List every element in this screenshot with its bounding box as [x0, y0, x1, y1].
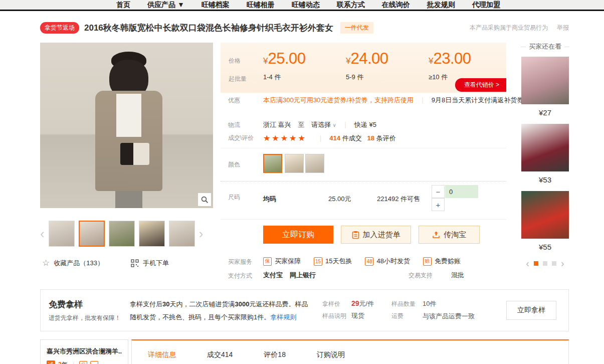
nav-home[interactable]: 首页 [116, 1, 130, 10]
thumbs-next-icon[interactable]: › [199, 227, 204, 240]
tab-deals[interactable]: 成交414 [207, 350, 233, 359]
express-fee: 快递 ¥5 [354, 121, 376, 128]
pager-dot-3[interactable] [552, 261, 556, 266]
page-title: 2016秋冬韩版宽松中长款双口袋混色长袖修身针织毛衣开衫外套女 [84, 22, 333, 34]
desc-num: 3000 [235, 300, 249, 308]
dotted-divider [221, 181, 506, 181]
color-swatch-3[interactable] [305, 154, 324, 173]
price-box: 价格 起批量 ¥25.00 1-4 件 ¥24.00 5-9 件 ¥23.00 … [221, 43, 506, 93]
pager-dot-1[interactable] [534, 261, 538, 266]
promo-label: 优惠 [228, 96, 240, 105]
nav-shop-profile[interactable]: 旺铺档案 [202, 1, 230, 10]
sidebar-product-2[interactable]: ¥53 [521, 124, 569, 184]
price-label: 价格 [229, 57, 241, 65]
service-buyer-protection[interactable]: 保 买家保障 [263, 257, 301, 266]
sidebar-product-1[interactable]: ¥27 [521, 57, 569, 117]
member-years-num: 2 [58, 361, 62, 364]
upload-icon [432, 231, 440, 239]
magnifier-icon[interactable] [198, 193, 211, 206]
sold-suffix: 件成交 [342, 134, 362, 142]
sample-qty-label: 样品数量 [391, 300, 416, 308]
sample-description: 拿样支付后30天内，二次店铺进货满3000元返还样品费。样品 随机发货，不挑色、… [130, 298, 330, 324]
promo-event-text: 9月8日当天累计支付满返补货券 [432, 96, 523, 104]
sidebar-product-3[interactable]: ¥55 [521, 191, 569, 251]
tab-order-notes[interactable]: 订购说明 [317, 350, 345, 359]
color-swatch-2[interactable] [285, 154, 304, 173]
nav-inquiry[interactable]: 在线询价 [382, 1, 410, 10]
mobile-order-button[interactable]: 手机下单 [131, 259, 169, 268]
qty-plus-button[interactable]: + [432, 198, 445, 211]
event-badge[interactable]: 拿货节返场 [40, 22, 79, 34]
review-count[interactable]: 18 [367, 134, 374, 142]
clipboard-icon [352, 231, 359, 239]
nav-shop-album[interactable]: 旺铺相册 [247, 1, 275, 10]
thumbnail-3[interactable] [109, 221, 135, 247]
sold-count[interactable]: 414 [329, 134, 340, 142]
nav-shop-feed[interactable]: 旺铺动态 [292, 1, 320, 10]
product-image [521, 191, 569, 239]
add-to-purchase-list-button[interactable]: 加入进货单 [341, 226, 411, 244]
favorite-label: 收藏产品（133） [54, 259, 104, 268]
order-now-button[interactable]: 立即订购 [263, 226, 333, 244]
service-15day-exchange[interactable]: 15 15天包换 [314, 257, 352, 266]
credit-icon: 赊 [423, 257, 432, 266]
thumbs-prev-icon[interactable]: ‹ [40, 227, 45, 240]
tab-detail-info[interactable]: 详细信息 [148, 350, 176, 359]
sample-rules-link[interactable]: 拿样规则 [270, 313, 296, 321]
shipping-icon: 48 [365, 257, 373, 266]
product-image [521, 124, 569, 171]
service-items: 保 买家保障 15 15天包换 48 48小时发货 赊 免费赊账 [263, 257, 461, 266]
sample-price-unit: 元/件 [359, 300, 374, 307]
rating-stars: ★★★★★ ★★★★★ [263, 133, 309, 142]
main-product-image[interactable] [40, 43, 213, 208]
pager-dot-2[interactable] [543, 261, 547, 266]
seller-badges: 诚 2年 ｜ 保 ▾ [47, 360, 122, 364]
report-link[interactable]: 举报 [557, 24, 569, 32]
review-suffix: 条评价 [376, 134, 396, 142]
sample-qty-value: 10件 [423, 299, 436, 308]
service-free-credit[interactable]: 赊 免费赊账 [423, 257, 461, 266]
detail-tabs: 详细信息 成交414 评价18 订购说明 [131, 339, 569, 364]
qty-minus-button[interactable]: − [432, 185, 445, 198]
service-48h-shipping[interactable]: 48 48小时发货 [365, 257, 410, 266]
tier-qty: ≥10 件 [429, 73, 448, 82]
member-years-suffix: 年 [62, 361, 68, 364]
thumbnail-4[interactable] [139, 221, 165, 247]
qty-input[interactable] [445, 185, 478, 198]
photo-shape [115, 191, 142, 208]
pager-prev-icon[interactable]: ‹ [526, 258, 529, 268]
divider: ｜ [313, 134, 328, 142]
product-price: ¥53 [521, 175, 569, 184]
nav-contact[interactable]: 联系方式 [337, 1, 365, 10]
qr-code-icon [131, 259, 139, 267]
nav-products[interactable]: 供应产品 ▼ [147, 1, 184, 10]
color-swatch-1-selected[interactable] [263, 154, 282, 173]
favorite-button[interactable]: ☆ 收藏产品（133） [42, 258, 104, 268]
dropship-badge: 一件代发 [340, 22, 373, 34]
nav-agent[interactable]: 代理加盟 [472, 1, 500, 10]
upload-to-taobao-button[interactable]: 传淘宝 [419, 226, 480, 244]
service-text: 48小时发货 [376, 257, 410, 266]
product-price: ¥55 [521, 243, 569, 251]
tab-reviews[interactable]: 评价18 [264, 350, 286, 359]
product-page: 首页 供应产品 ▼ 旺铺档案 旺铺相册 旺铺动态 联系方式 在线询价 批发规则 … [0, 0, 604, 364]
alipay-label[interactable]: 支付宝 [263, 271, 283, 280]
seller-box[interactable]: 嘉兴市秀洲区洪合澜漪羊... 诚 2年 ｜ 保 ▾ [40, 339, 128, 364]
thumbnail-2-selected[interactable] [79, 221, 105, 247]
thumbnail-1[interactable] [49, 221, 75, 247]
thumbnail-5[interactable] [169, 221, 195, 247]
tier-price: 23.00 [433, 50, 471, 67]
payment-label: 支付方式 [228, 272, 252, 280]
ship-from: 浙江 嘉兴 [263, 121, 291, 128]
desc-text: 随机发货，不挑色、挑码，且每个买家限购1件。 [130, 313, 270, 321]
sidebar-pager: ‹ › [521, 258, 569, 268]
get-sample-button[interactable]: 立即拿样 [506, 301, 556, 320]
nav-wholesale-rules[interactable]: 批发规则 [427, 1, 455, 10]
top-nav: 首页 供应产品 ▼ 旺铺档案 旺铺相册 旺铺动态 联系方式 在线询价 批发规则 … [0, 0, 604, 11]
sample-desc-value: 现货 [351, 311, 364, 320]
pager-next-icon[interactable]: › [561, 258, 564, 268]
view-consign-price-button[interactable]: 查看代销价 > [455, 78, 506, 92]
destination-select[interactable]: 请选择 ∨ [311, 121, 336, 128]
netbank-label[interactable]: 网上银行 [290, 271, 316, 280]
service-text: 15天包换 [325, 257, 352, 266]
